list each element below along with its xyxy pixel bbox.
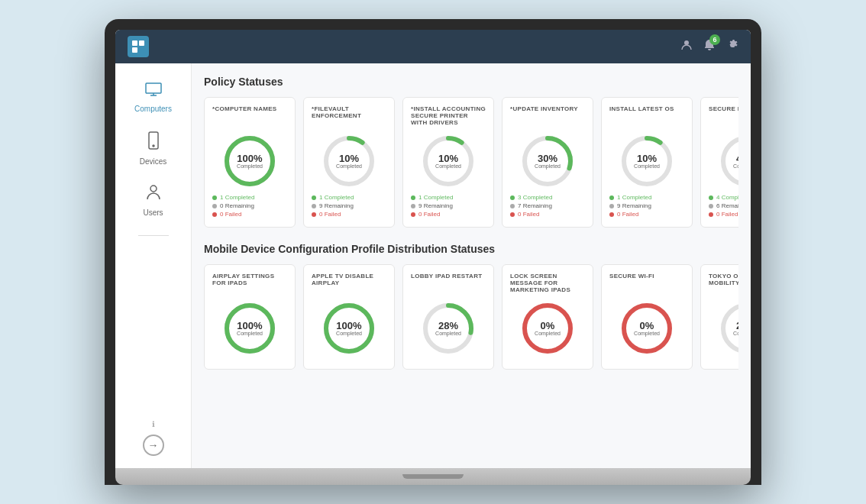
sidebar-bottom: ℹ →: [143, 420, 164, 456]
policy-card[interactable]: INSTALL LATEST OS10%Completed1 Completed…: [601, 97, 693, 228]
policy-card[interactable]: *INSTALL ACCOUNTING SECURE PRINTER WITH …: [402, 97, 494, 228]
stat-dot-green: [510, 195, 515, 200]
cards-grid-0: *COMPUTER NAMES100%Completed1 Completed0…: [204, 97, 738, 228]
donut-container: 0%Completed: [609, 300, 684, 357]
sidebar-devices-label: Devices: [140, 157, 167, 166]
app-container: Computers Devices: [115, 63, 751, 468]
stat-text: 6 Remaining: [716, 202, 738, 209]
stat-text: 0 Failed: [617, 211, 638, 218]
stat-dot-gray: [411, 204, 415, 208]
sidebar-item-computers[interactable]: Computers: [123, 76, 184, 119]
card-stats: 1 Completed0 Remaining0 Failed: [212, 194, 287, 218]
stat-item: 7 Remaining: [510, 202, 585, 209]
donut-percent: 10%: [336, 153, 362, 163]
donut-chart: 100%Completed: [221, 133, 278, 189]
donut-center: 30%Completed: [535, 153, 561, 169]
stat-text: 0 Failed: [418, 211, 440, 218]
donut-container: 30%Completed: [510, 133, 585, 189]
donut-chart: 10%Completed: [321, 133, 377, 189]
donut-center: 28%Completed: [435, 321, 461, 336]
donut-label: Completed: [237, 331, 263, 336]
policy-card[interactable]: SECURE MOBILE WI-FI40%Completed4 Complet…: [700, 97, 738, 228]
card-stats: 4 Completed6 Remaining0 Failed: [709, 194, 738, 218]
stat-item: 1 Completed: [609, 194, 684, 201]
policy-card[interactable]: *UPDATE INVENTORY30%Completed3 Completed…: [502, 97, 593, 228]
donut-center: 100%Completed: [237, 153, 263, 169]
top-bar: 6: [115, 30, 751, 63]
policy-card[interactable]: APPLE TV DISABLE AIRPLAY100%Completed: [303, 264, 395, 370]
policy-card[interactable]: LOCK SCREEN MESSAGE FOR MARKETING IPADS0…: [502, 264, 593, 370]
laptop-screen: 6 Co: [115, 30, 751, 468]
policy-card[interactable]: TOKYO OFFICE MOBILITY SETTINGS28%Complet…: [700, 264, 738, 370]
donut-chart: 0%Completed: [519, 300, 576, 357]
stat-item: 0 Failed: [411, 211, 486, 218]
stat-text: 0 Failed: [518, 211, 539, 218]
stat-item: 9 Remaining: [609, 202, 684, 209]
laptop-frame: 6 Co: [105, 19, 761, 485]
notification-icon[interactable]: 6: [703, 39, 716, 54]
donut-center: 100%Completed: [336, 321, 362, 336]
stat-dot-green: [709, 195, 713, 200]
computers-icon: [144, 82, 163, 102]
stat-dot-gray: [312, 204, 316, 208]
stat-dot-red: [709, 212, 713, 217]
sidebar-item-users[interactable]: Users: [123, 178, 184, 223]
stat-item: 9 Remaining: [411, 202, 486, 209]
svg-rect-0: [132, 40, 137, 46]
stat-dot-red: [411, 212, 415, 217]
donut-label: Completed: [535, 331, 561, 336]
sidebar-users-label: Users: [143, 208, 163, 217]
sidebar-item-devices[interactable]: Devices: [123, 125, 184, 172]
stat-item: 0 Failed: [609, 211, 684, 218]
card-title: INSTALL LATEST OS: [609, 105, 684, 127]
donut-chart: 10%Completed: [619, 133, 675, 189]
card-title: LOBBY IPAD RESTART: [411, 273, 486, 294]
stat-dot-green: [411, 195, 415, 200]
policy-card[interactable]: *FILEVAULT ENFORCEMENT10%Completed1 Comp…: [303, 97, 395, 228]
stat-item: 0 Failed: [510, 211, 585, 218]
stat-dot-gray: [212, 204, 217, 208]
donut-center: 0%Completed: [535, 321, 561, 336]
section-title-0: Policy Statuses: [204, 76, 738, 88]
donut-chart: 28%Completed: [718, 300, 738, 357]
stat-item: 1 Completed: [312, 194, 386, 201]
main-content: Policy Statuses*COMPUTER NAMES100%Comple…: [192, 63, 751, 468]
stat-item: 3 Completed: [510, 194, 585, 201]
top-bar-actions: 6: [680, 39, 738, 54]
policy-card[interactable]: AIRPLAY SETTINGS FOR IPADS100%Completed: [204, 264, 296, 370]
card-stats: 3 Completed7 Remaining0 Failed: [510, 194, 585, 218]
donut-percent: 100%: [237, 153, 263, 163]
stat-text: 0 Remaining: [220, 202, 254, 209]
donut-container: 100%Completed: [312, 300, 386, 357]
svg-point-7: [150, 186, 157, 192]
donut-center: 10%Completed: [435, 153, 461, 169]
policy-card[interactable]: LOBBY IPAD RESTART28%Completed: [402, 264, 494, 370]
svg-rect-4: [146, 83, 161, 93]
section-1: Mobile Device Configuration Profile Dist…: [204, 243, 738, 370]
policy-card[interactable]: *COMPUTER NAMES100%Completed1 Completed0…: [204, 97, 296, 228]
stat-text: 9 Remaining: [617, 202, 651, 209]
donut-container: 0%Completed: [510, 300, 585, 357]
donut-label: Completed: [733, 163, 738, 169]
stat-text: 1 Completed: [220, 194, 254, 201]
settings-icon[interactable]: [726, 39, 738, 54]
policy-card[interactable]: SECURE WI-FI0%Completed: [601, 264, 693, 370]
sidebar-info-icon[interactable]: ℹ: [152, 420, 155, 428]
stat-item: 0 Failed: [312, 211, 386, 218]
donut-center: 0%Completed: [634, 321, 660, 336]
stat-dot-gray: [709, 204, 713, 208]
stat-dot-red: [609, 212, 614, 217]
stat-text: 7 Remaining: [518, 202, 552, 209]
donut-chart: 40%Completed: [718, 133, 738, 189]
card-title: LOCK SCREEN MESSAGE FOR MARKETING IPADS: [510, 273, 585, 294]
stat-item: 1 Completed: [212, 194, 287, 201]
user-icon[interactable]: [680, 39, 693, 54]
stat-text: 1 Completed: [617, 194, 651, 201]
card-title: *FILEVAULT ENFORCEMENT: [312, 105, 386, 127]
donut-container: 10%Completed: [312, 133, 386, 189]
sidebar-navigate-icon[interactable]: →: [143, 435, 164, 456]
donut-container: 28%Completed: [709, 300, 738, 357]
stat-text: 0 Failed: [716, 211, 738, 218]
stat-item: 4 Completed: [709, 194, 738, 201]
donut-label: Completed: [336, 331, 362, 336]
